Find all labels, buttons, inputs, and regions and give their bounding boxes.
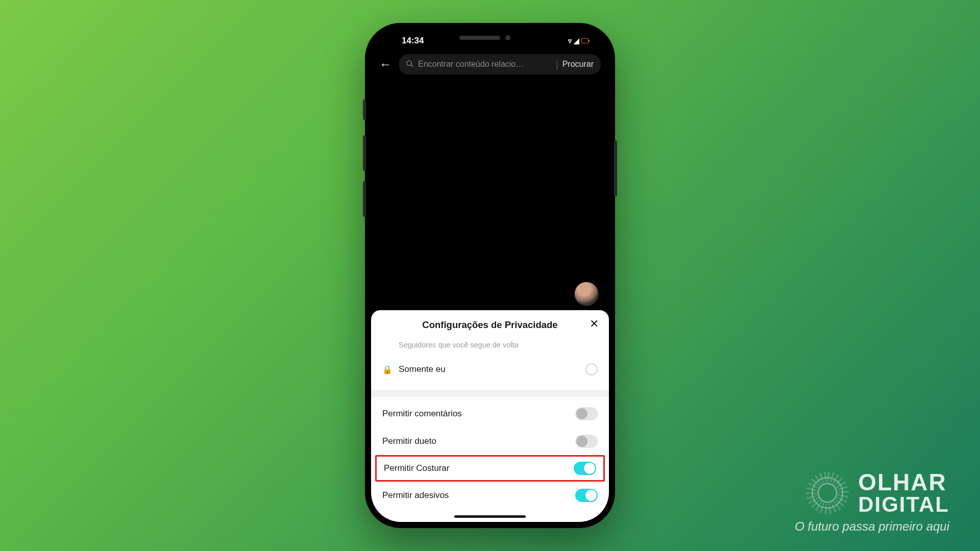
svg-line-1 xyxy=(411,65,413,67)
phone-side-button xyxy=(363,99,366,120)
search-placeholder: Encontrar conteúdo relacio… xyxy=(418,60,552,69)
brand-watermark: OLHAR DIGITAL O futuro passa primeiro aq… xyxy=(795,470,949,534)
phone-side-button xyxy=(614,140,617,196)
brand-ring-icon xyxy=(806,471,849,514)
battery-low-icon xyxy=(581,38,589,43)
highlight-allow-stitch: Permitir Costurar xyxy=(375,455,605,482)
toggle-label: Permitir adesivos xyxy=(382,490,449,500)
brand-tagline: O futuro passa primeiro aqui xyxy=(795,519,949,534)
status-bar: 14:34 ▿ ◢ xyxy=(371,29,609,52)
toggle-switch[interactable] xyxy=(575,489,598,502)
back-arrow-icon[interactable]: ← xyxy=(379,57,394,71)
radio-unselected[interactable] xyxy=(585,363,598,375)
toggle-switch[interactable] xyxy=(575,407,598,420)
phone-frame: 14:34 ▿ ◢ ← Encontrar conteúdo relacio… … xyxy=(365,23,615,528)
lock-icon: 🔒 xyxy=(382,365,393,374)
search-input[interactable]: Encontrar conteúdo relacio… | Procurar xyxy=(399,54,601,74)
sheet-title: Configurações de Privacidade xyxy=(422,319,557,331)
search-action-label[interactable]: Procurar xyxy=(562,60,594,69)
option-only-me[interactable]: 🔒 Somente eu xyxy=(382,356,598,383)
toggle-allow-stitch[interactable]: Permitir Costurar xyxy=(384,462,596,475)
phone-screen: 14:34 ▿ ◢ ← Encontrar conteúdo relacio… … xyxy=(371,29,609,522)
close-icon[interactable]: ✕ xyxy=(590,318,599,330)
toggle-label: Permitir comentários xyxy=(382,409,462,419)
phone-side-button xyxy=(363,135,366,171)
brand-name-line1: OLHAR xyxy=(858,470,949,494)
status-camera-island xyxy=(459,35,521,40)
toggle-allow-comments[interactable]: Permitir comentários xyxy=(371,400,609,428)
toggle-allow-stickers[interactable]: Permitir adesivos xyxy=(371,482,609,509)
toggle-switch[interactable] xyxy=(575,435,598,448)
divider: | xyxy=(556,59,558,70)
status-icons: ▿ ◢ xyxy=(568,37,589,45)
toggle-label: Permitir dueto xyxy=(382,436,436,446)
svg-point-0 xyxy=(407,61,411,65)
toggle-allow-duet[interactable]: Permitir dueto xyxy=(371,428,609,455)
toggle-switch[interactable] xyxy=(574,462,596,475)
search-bar: ← Encontrar conteúdo relacio… | Procurar xyxy=(371,52,609,81)
option-subtext: Seguidores que você segue de volta xyxy=(382,341,598,349)
privacy-settings-sheet: Configurações de Privacidade ✕ Seguidore… xyxy=(371,310,609,522)
toggle-label: Permitir Costurar xyxy=(384,463,449,473)
avatar[interactable] xyxy=(574,282,599,306)
phone-side-button xyxy=(363,181,366,217)
wifi-icon: ▿ xyxy=(568,37,572,45)
signal-icon: ◢ xyxy=(574,37,579,45)
brand-name-line2: DIGITAL xyxy=(858,494,949,515)
option-only-me-label: Somente eu xyxy=(399,364,446,374)
home-indicator[interactable] xyxy=(454,515,526,518)
status-time: 14:34 xyxy=(402,36,424,46)
search-icon xyxy=(406,60,414,69)
